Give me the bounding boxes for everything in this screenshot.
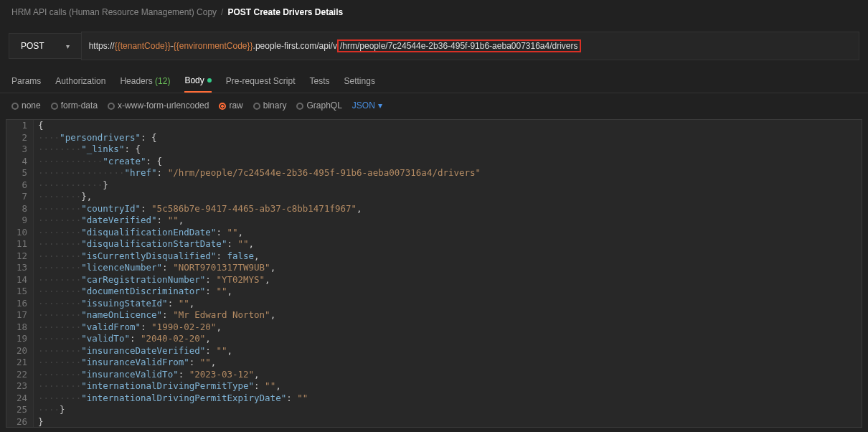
radio-binary-label: binary xyxy=(263,100,287,111)
body-editor[interactable]: 1{2····"persondrivers": {3········"_link… xyxy=(6,119,862,428)
url-proto: https:// xyxy=(89,41,115,51)
raw-format-label: JSON xyxy=(352,100,375,111)
tab-headers-label: Headers xyxy=(120,76,152,86)
body-modified-dot xyxy=(207,78,212,83)
radio-raw-label: raw xyxy=(229,100,242,111)
radio-none-label: none xyxy=(22,100,41,111)
url-var-env: {{environmentCode}} xyxy=(174,41,253,51)
url-highlight: /hrm/people/7c24544e-2b36-495f-91b6-aeba… xyxy=(337,39,581,52)
tab-body[interactable]: Body xyxy=(184,70,211,93)
tab-tests[interactable]: Tests xyxy=(310,70,330,92)
radio-raw[interactable]: raw xyxy=(219,100,242,111)
radio-form-data[interactable]: form-data xyxy=(51,100,98,111)
radio-graphql[interactable]: GraphQL xyxy=(296,100,341,111)
tab-settings[interactable]: Settings xyxy=(344,70,375,92)
tab-headers[interactable]: Headers (12) xyxy=(120,70,170,92)
radio-none[interactable]: none xyxy=(11,100,41,111)
radio-xform[interactable]: x-www-form-urlencoded xyxy=(108,100,209,111)
body-type-row: none form-data x-www-form-urlencoded raw… xyxy=(0,93,868,115)
url-domain: .people-first.com/api/v xyxy=(253,41,337,51)
method-label: POST xyxy=(21,41,44,51)
radio-binary[interactable]: binary xyxy=(253,100,287,111)
request-tabs: Params Authorization Headers (12) Body P… xyxy=(0,69,868,93)
chevron-down-icon: ▾ xyxy=(378,100,382,111)
request-url-bar: POST ▾ https://{{tenantCode}}-{{environm… xyxy=(0,23,868,69)
breadcrumb-sep: / xyxy=(221,7,223,17)
tab-params[interactable]: Params xyxy=(11,70,41,92)
tab-authorization[interactable]: Authorization xyxy=(55,70,105,92)
breadcrumb-parent[interactable]: HRM API calls (Human Resource Management… xyxy=(11,7,217,17)
chevron-down-icon: ▾ xyxy=(66,42,70,50)
tab-headers-count: (12) xyxy=(155,76,170,86)
method-selector[interactable]: POST ▾ xyxy=(9,33,81,59)
radio-xform-label: x-www-form-urlencoded xyxy=(118,100,209,111)
tab-body-label: Body xyxy=(184,75,204,85)
breadcrumb-current: POST Create Drivers Details xyxy=(227,7,343,17)
radio-form-label: form-data xyxy=(61,100,98,111)
url-var-tenant: {{tenantCode}} xyxy=(115,41,171,51)
url-input[interactable]: https://{{tenantCode}}-{{environmentCode… xyxy=(81,32,859,60)
tab-prerequest[interactable]: Pre-request Script xyxy=(226,70,296,92)
raw-format-selector[interactable]: JSON ▾ xyxy=(352,100,382,111)
radio-graphql-label: GraphQL xyxy=(306,100,341,111)
breadcrumb: HRM API calls (Human Resource Management… xyxy=(0,0,868,23)
